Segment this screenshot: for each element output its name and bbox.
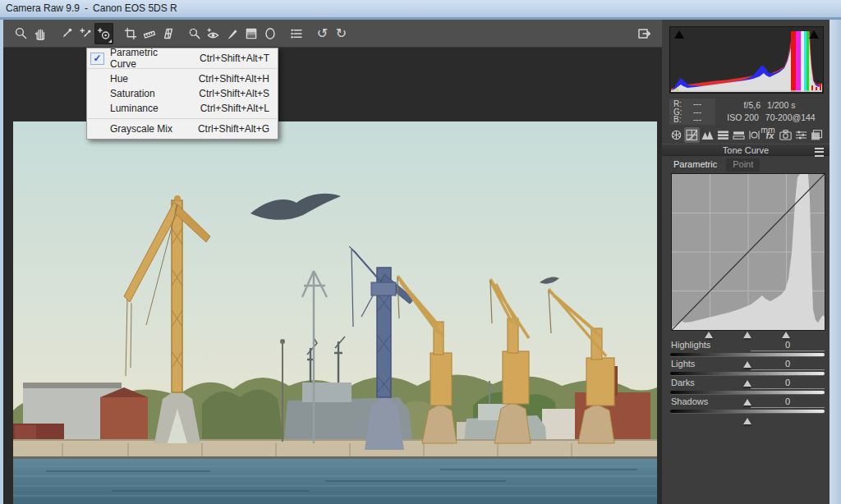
tab-point[interactable]: Point: [726, 158, 760, 172]
white-balance-tool[interactable]: [57, 23, 76, 44]
tone-curve-header: Tone Curve: [662, 144, 830, 156]
fx-icon: fx: [766, 131, 774, 140]
slider-shadows: Shadows 0: [670, 396, 825, 415]
menu-item-label: Parametric Curve: [110, 47, 183, 70]
radial-filter-tool[interactable]: [260, 23, 279, 44]
slider-track[interactable]: [670, 353, 825, 356]
transform-tool[interactable]: [159, 23, 177, 44]
slider-track[interactable]: [670, 410, 825, 413]
slider-track[interactable]: [670, 391, 825, 394]
spot-removal-tool[interactable]: [185, 23, 204, 44]
photo-preview[interactable]: [13, 121, 657, 504]
slider-value-field[interactable]: 0: [751, 378, 825, 389]
tab-basic[interactable]: [669, 127, 684, 143]
menu-item-shortcut: Ctrl+Shift+Alt+T: [200, 53, 269, 64]
slider-darks: Darks 0: [670, 378, 825, 396]
preferences-button[interactable]: [287, 23, 306, 44]
slider-label: Darks: [671, 378, 695, 387]
targeted-adjustment-tool[interactable]: [94, 23, 113, 44]
tab-tone-curve[interactable]: [684, 127, 700, 143]
menu-item-saturation[interactable]: Saturation Ctrl+Shift+Alt+S: [87, 86, 278, 101]
tab-hsl-grayscale[interactable]: [715, 127, 731, 143]
rotate-right-button[interactable]: ↻: [332, 23, 351, 44]
shadow-split-handle[interactable]: [705, 332, 713, 338]
slider-highlights: Highlights 0: [670, 340, 825, 358]
slider-lights: Lights 0: [670, 359, 825, 377]
tab-snapshots[interactable]: [809, 127, 825, 143]
midtone-split-handle[interactable]: [743, 332, 751, 338]
panel-menu-icon[interactable]: [815, 148, 824, 157]
menu-item-label: Luminance: [110, 103, 184, 114]
menu-item-shortcut: Ctrl+Shift+Alt+S: [199, 88, 269, 99]
menu-item-hue[interactable]: Hue Ctrl+Shift+Alt+H: [87, 71, 278, 86]
color-sampler-tool[interactable]: [76, 23, 94, 44]
adjustments-panel: R:--- G:--- B:--- f/5,61/200 s ISO 20070…: [662, 20, 830, 504]
sharpen-triangles-icon: [701, 129, 715, 141]
menu-item-parametric-curve[interactable]: ✓ Parametric Curve Ctrl+Shift+Alt+T: [87, 51, 278, 66]
slider-label: Highlights: [671, 340, 710, 350]
zoom-tool[interactable]: [11, 23, 30, 44]
tone-curve-icon: [685, 129, 699, 141]
tab-effects[interactable]: fx: [762, 127, 778, 143]
slider-value-field[interactable]: 0: [751, 359, 825, 370]
aperture-icon: [669, 129, 683, 141]
aperture-value: f/5,6: [744, 100, 761, 110]
tab-parametric[interactable]: Parametric: [667, 158, 724, 172]
slider-thumb[interactable]: [743, 418, 751, 424]
rotate-left-button[interactable]: ↺: [313, 23, 332, 44]
tab-split-toning[interactable]: [731, 127, 747, 143]
tone-curve-title: Tone Curve: [723, 145, 769, 155]
split-toning-icon: [732, 129, 746, 141]
menu-item-luminance[interactable]: Luminance Ctrl+Shift+Alt+L: [87, 101, 278, 116]
highlight-clipping-indicator[interactable]: [809, 30, 819, 39]
lens-icon: [747, 129, 761, 141]
menu-item-label: Grayscale Mix: [110, 123, 182, 135]
shadow-clipping-indicator[interactable]: [674, 30, 684, 39]
document-title: Canon EOS 5DS R: [93, 2, 177, 14]
title-separator: -: [85, 2, 88, 14]
app-title: Camera Raw 9.9: [6, 2, 80, 14]
sliders-icon: [794, 129, 808, 141]
slider-label: Lights: [671, 359, 695, 369]
menu-item-shortcut: Ctrl+Shift+Alt+G: [198, 123, 269, 135]
rgb-readout: R:--- G:--- B:---: [669, 99, 715, 125]
checkmark-slot: [90, 103, 104, 115]
camera-raw-window: Camera Raw 9.9-Canon EOS 5DS R: [0, 0, 841, 504]
b-value: ---: [693, 116, 701, 124]
tab-camera-calibration[interactable]: [778, 127, 793, 143]
hsl-bars-icon: [716, 129, 730, 141]
rotate-ccw-icon: ↺: [317, 27, 328, 40]
slider-value-field[interactable]: 0: [751, 340, 825, 351]
tab-presets[interactable]: [793, 127, 809, 143]
curve-mode-tabs: Parametric Point: [667, 158, 760, 172]
straighten-tool[interactable]: [140, 23, 159, 44]
menu-item-label: Saturation: [110, 88, 182, 99]
red-eye-removal-tool[interactable]: [204, 23, 223, 44]
checkmark-slot: [90, 88, 104, 100]
targeted-adjustment-menu: ✓ Parametric Curve Ctrl+Shift+Alt+T Hue …: [86, 48, 278, 140]
menu-item-grayscale-mix[interactable]: Grayscale Mix Ctrl+Shift+Alt+G: [87, 121, 278, 136]
slider-value-field[interactable]: 0: [751, 396, 825, 408]
adjustment-brush-tool[interactable]: [223, 23, 241, 44]
tone-curve-graph[interactable]: [671, 173, 825, 331]
b-label: B:: [673, 116, 681, 124]
title-bar[interactable]: Camera Raw 9.9-Canon EOS 5DS R: [0, 0, 841, 17]
hand-tool[interactable]: [30, 23, 49, 44]
crop-tool[interactable]: [121, 23, 140, 44]
shutter-value: 1/200 s: [767, 100, 795, 110]
snapshots-icon: [810, 129, 824, 141]
highlight-split-handle[interactable]: [782, 332, 790, 338]
menu-item-label: Hue: [110, 73, 182, 85]
histogram[interactable]: [669, 26, 824, 94]
rotate-cw-icon: ↻: [336, 27, 347, 40]
slider-track[interactable]: [670, 372, 825, 375]
tab-detail[interactable]: [700, 127, 715, 143]
checkmark-slot: [90, 123, 104, 135]
curve-region-splitters: [671, 332, 825, 339]
slider-label: Shadows: [671, 396, 708, 406]
tab-lens-corrections[interactable]: [747, 127, 762, 143]
toggle-fullscreen-button[interactable]: [635, 23, 654, 44]
menu-item-shortcut: Ctrl+Shift+Alt+L: [200, 103, 269, 114]
window-border-right[interactable]: [830, 20, 841, 504]
graduated-filter-tool[interactable]: [241, 23, 260, 44]
